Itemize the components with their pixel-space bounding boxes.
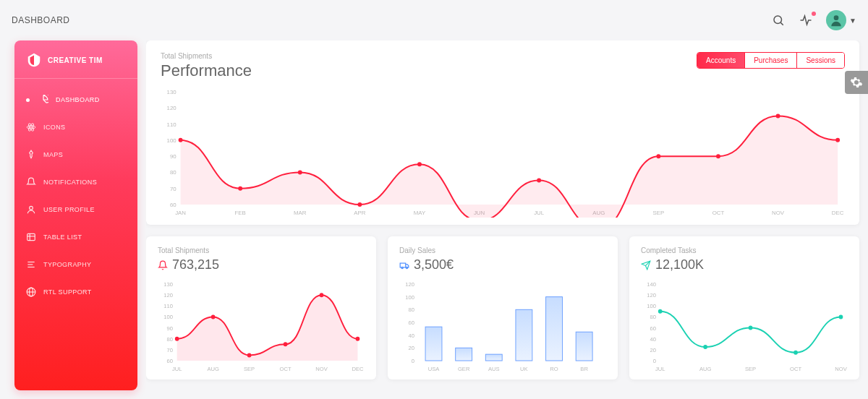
svg-text:NOV: NOV xyxy=(315,366,328,372)
svg-point-66 xyxy=(284,342,288,346)
sidebar-item-typography[interactable]: TYPOGRAPHY xyxy=(14,252,137,277)
svg-text:20: 20 xyxy=(408,345,414,351)
svg-text:140: 140 xyxy=(647,281,656,288)
sidebar-item-rtl-support[interactable]: RTL SUPPORT xyxy=(14,280,137,304)
svg-point-63 xyxy=(175,337,179,341)
caret-down-icon: ▼ xyxy=(849,17,856,25)
svg-point-7 xyxy=(30,206,33,210)
pie-icon xyxy=(38,95,48,105)
bell-icon xyxy=(158,260,168,270)
tasks-chart: 020406080100120140JULAUGSEPOCTNOV xyxy=(641,280,848,374)
svg-rect-85 xyxy=(516,309,532,361)
globe-icon xyxy=(26,287,36,297)
svg-rect-79 xyxy=(425,327,442,361)
sidebar-item-table-list[interactable]: TABLE LIST xyxy=(14,225,137,249)
svg-text:FEB: FEB xyxy=(235,210,246,216)
svg-point-4 xyxy=(27,126,35,129)
topbar: DASHBOARD ▼ xyxy=(0,0,868,40)
svg-point-65 xyxy=(247,353,252,357)
svg-text:60: 60 xyxy=(408,319,414,326)
svg-rect-8 xyxy=(27,233,35,240)
tasks-value: 12,100K xyxy=(655,257,704,273)
tasks-card: Completed Tasks 12,100K 0204060801001201… xyxy=(629,236,859,379)
svg-text:70: 70 xyxy=(166,347,173,353)
svg-text:0: 0 xyxy=(412,358,415,364)
svg-text:AUS: AUS xyxy=(488,366,500,372)
svg-point-46 xyxy=(716,154,720,158)
nav-label: MAPS xyxy=(43,151,63,158)
svg-text:40: 40 xyxy=(408,332,414,339)
svg-point-110 xyxy=(839,314,843,319)
svg-text:100: 100 xyxy=(163,314,173,320)
delivery-icon xyxy=(399,260,409,270)
list-icon xyxy=(26,232,36,242)
svg-text:90: 90 xyxy=(170,153,176,160)
svg-text:100: 100 xyxy=(405,294,414,301)
sidebar-item-dashboard[interactable]: DASHBOARD xyxy=(14,87,137,112)
svg-point-64 xyxy=(211,314,216,319)
svg-text:USA: USA xyxy=(428,366,440,372)
tab-sessions[interactable]: Sessions xyxy=(797,53,844,68)
nav-label: TABLE LIST xyxy=(43,233,82,241)
svg-text:JAN: JAN xyxy=(175,210,186,216)
user-menu[interactable]: ▼ xyxy=(826,10,856,30)
settings-fab[interactable] xyxy=(845,71,868,94)
svg-point-106 xyxy=(658,309,663,314)
svg-text:80: 80 xyxy=(650,314,656,320)
search-icon[interactable] xyxy=(771,13,786,27)
tab-accounts[interactable]: Accounts xyxy=(697,53,745,68)
page-title: DASHBOARD xyxy=(12,15,70,25)
svg-point-38 xyxy=(238,186,242,191)
svg-text:GER: GER xyxy=(458,366,470,372)
svg-text:APR: APR xyxy=(354,210,365,216)
sales-subtitle: Daily Sales xyxy=(399,246,606,254)
svg-point-40 xyxy=(357,202,362,207)
sidebar-item-icons[interactable]: ICONS xyxy=(14,115,137,140)
shipments-subtitle: Total Shipments xyxy=(158,246,365,254)
svg-point-43 xyxy=(537,179,541,183)
svg-text:MAR: MAR xyxy=(294,210,307,216)
svg-text:NOV: NOV xyxy=(772,210,785,216)
performance-subtitle: Total Shipments xyxy=(161,52,252,60)
sidebar-item-maps[interactable]: MAPS xyxy=(14,142,137,167)
svg-point-47 xyxy=(776,113,780,118)
svg-text:60: 60 xyxy=(650,325,656,331)
svg-text:20: 20 xyxy=(650,347,656,353)
brand-logo-icon xyxy=(26,52,42,68)
svg-text:100: 100 xyxy=(167,137,177,144)
svg-text:60: 60 xyxy=(170,202,176,208)
performance-card: Total Shipments Performance AccountsPurc… xyxy=(146,40,859,225)
nav-list: DASHBOARDICONSMAPSNOTIFICATIONSUSER PROF… xyxy=(14,87,137,304)
tab-purchases[interactable]: Purchases xyxy=(745,53,797,68)
svg-text:SEP: SEP xyxy=(745,366,756,372)
sidebar-item-notifications[interactable]: NOTIFICATIONS xyxy=(14,170,137,194)
gear-icon xyxy=(850,76,863,89)
svg-text:DEC: DEC xyxy=(352,366,363,372)
svg-text:SEP: SEP xyxy=(652,210,664,216)
brand[interactable]: CREATIVE TIM xyxy=(14,52,137,79)
svg-point-2 xyxy=(834,15,839,20)
svg-point-37 xyxy=(179,138,183,142)
svg-text:JUL: JUL xyxy=(655,366,665,372)
send-icon xyxy=(641,260,651,270)
svg-point-39 xyxy=(298,170,302,174)
activity-icon[interactable] xyxy=(799,13,813,27)
svg-text:130: 130 xyxy=(167,89,177,95)
svg-text:0: 0 xyxy=(653,358,657,364)
sidebar-item-user-profile[interactable]: USER PROFILE xyxy=(14,197,137,222)
svg-text:AUG: AUG xyxy=(207,366,218,372)
svg-text:130: 130 xyxy=(163,281,173,288)
performance-title: Performance xyxy=(161,61,252,80)
sales-card: Daily Sales 3,500€ 020406080100120USAGER… xyxy=(388,236,618,379)
atom-icon xyxy=(26,122,36,132)
nav-label: ICONS xyxy=(43,124,66,131)
svg-text:120: 120 xyxy=(405,281,414,288)
svg-text:AUG: AUG xyxy=(699,366,711,372)
svg-text:100: 100 xyxy=(647,303,656,309)
svg-point-109 xyxy=(793,351,798,355)
performance-tabs: AccountsPurchasesSessions xyxy=(697,52,845,69)
svg-point-41 xyxy=(417,162,422,166)
svg-text:90: 90 xyxy=(166,325,173,331)
svg-line-1 xyxy=(780,22,783,25)
svg-text:OCT: OCT xyxy=(712,210,725,216)
